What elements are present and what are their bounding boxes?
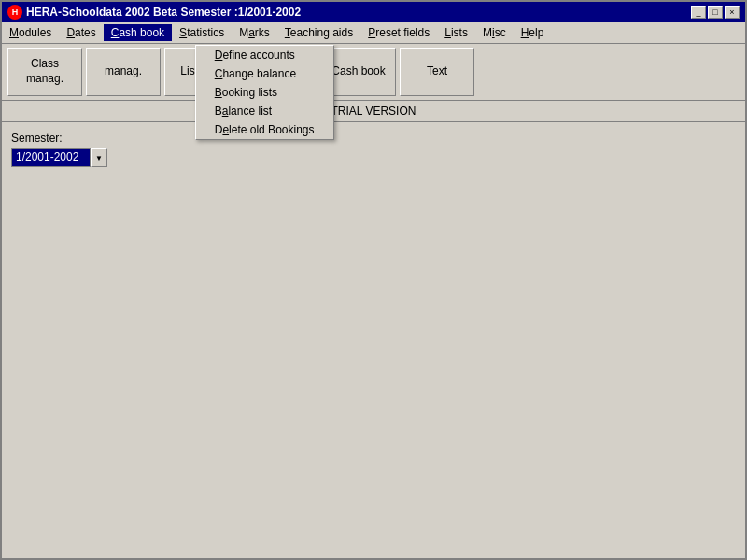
menu-change-balance[interactable]: Change balance bbox=[196, 64, 333, 83]
main-window: H HERA-Schooldata 2002 Beta Semester :1/… bbox=[0, 0, 747, 560]
semester-label: Semester: bbox=[11, 132, 736, 145]
toolbar: Classmanag. manag. List gen. Dates Cash … bbox=[2, 44, 745, 101]
menu-misc[interactable]: Misc bbox=[475, 24, 514, 41]
menu-booking-lists[interactable]: Booking lists bbox=[196, 83, 333, 102]
menu-balance-list[interactable]: Balance list bbox=[196, 102, 333, 120]
menu-cashbook-wrapper: Cash book Define accounts Change balance… bbox=[104, 24, 172, 41]
semester-input[interactable]: 1/2001-2002 bbox=[11, 148, 91, 167]
title-buttons: _ □ × bbox=[691, 6, 740, 19]
close-button[interactable]: × bbox=[725, 6, 740, 19]
maximize-button[interactable]: □ bbox=[708, 6, 723, 19]
trial-version-text: TRIAL VERSION bbox=[331, 105, 416, 118]
trial-version-banner: TRIAL VERSION bbox=[2, 101, 745, 122]
menu-delete-old-bookings[interactable]: Delete old Bookings bbox=[196, 120, 333, 139]
menu-help[interactable]: Help bbox=[514, 24, 552, 41]
menu-cashbook[interactable]: Cash book bbox=[104, 24, 172, 41]
semester-dropdown: 1/2001-2002 ▼ bbox=[11, 148, 736, 167]
toolbar-text[interactable]: Text bbox=[400, 48, 474, 96]
menu-define-accounts[interactable]: Define accounts bbox=[196, 46, 333, 64]
menu-marks[interactable]: Marks bbox=[232, 24, 277, 41]
menu-statistics[interactable]: Statistics bbox=[172, 24, 232, 41]
menu-dates[interactable]: Dates bbox=[59, 24, 103, 41]
semester-dropdown-arrow[interactable]: ▼ bbox=[91, 148, 107, 167]
minimize-button[interactable]: _ bbox=[691, 6, 706, 19]
toolbar-manag[interactable]: manag. bbox=[86, 48, 161, 96]
cashbook-dropdown-menu: Define accounts Change balance Booking l… bbox=[195, 45, 334, 140]
app-icon: H bbox=[7, 5, 22, 20]
menu-teaching-aids[interactable]: Teaching aids bbox=[277, 24, 360, 41]
title-bar-left: H HERA-Schooldata 2002 Beta Semester :1/… bbox=[7, 5, 301, 20]
menu-modules[interactable]: Modules bbox=[2, 24, 59, 41]
menu-bar: Modules Dates Cash book Define accounts … bbox=[2, 22, 745, 44]
menu-lists[interactable]: Lists bbox=[437, 24, 475, 41]
title-bar: H HERA-Schooldata 2002 Beta Semester :1/… bbox=[2, 2, 745, 22]
window-title: HERA-Schooldata 2002 Beta Semester :1/20… bbox=[26, 6, 301, 19]
content-area: Semester: 1/2001-2002 ▼ bbox=[2, 122, 745, 558]
toolbar-class-manag[interactable]: Classmanag. bbox=[7, 48, 82, 96]
menu-preset-fields[interactable]: Preset fields bbox=[360, 24, 437, 41]
